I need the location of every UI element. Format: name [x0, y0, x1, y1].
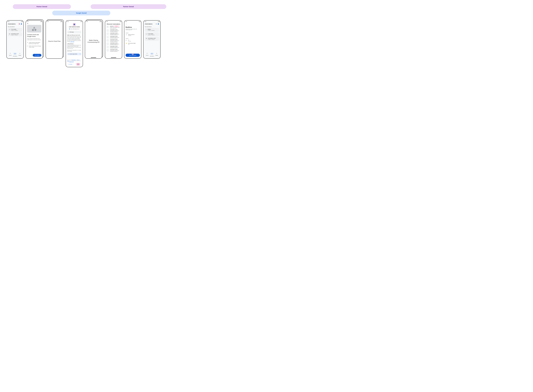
discover-item[interactable]: ☾BedtimeAt 9pm, the TV powers down, bedr…	[107, 25, 121, 28]
ownership-banners: Partner Owned Google Owned Partner Owned	[6, 4, 527, 17]
banner-partner-1: Partner Owned	[13, 4, 71, 9]
action-lights-row[interactable]: 💡Kids bedroom lightsDim	[125, 43, 140, 45]
learn-more-link[interactable]: Learn more	[70, 41, 74, 42]
phone-connect-acme: 9:30▲▮ ✕ Connect Acme and Google Home En…	[26, 20, 43, 59]
wifi-icon: ▲	[99, 21, 100, 22]
action-tv-row[interactable]: ▢TVTurn off	[125, 40, 140, 42]
devices-icon: ▢	[27, 45, 28, 47]
nav-automations[interactable]: ●Automations	[150, 53, 154, 57]
phone-connect-acme-stack: 9:30▲▮ ✕ Connect Acme and Google Home En…	[26, 20, 44, 59]
settings-icon: △	[17, 53, 22, 54]
starters-label: Starters	[125, 33, 140, 33]
phone-cloud-flow-stack: 9:30▲▮ Cloud to Cloud Flow	[46, 20, 64, 59]
home-icon: ⌂	[74, 24, 75, 25]
discover-item[interactable]: Automation nameLorem ipsum dolor sit ame…	[107, 42, 121, 45]
battery-icon: ▮	[140, 21, 140, 22]
nav-automations[interactable]: ●Automations	[13, 53, 18, 57]
allow-button[interactable]: Allow	[75, 63, 81, 65]
card-subtitle: 1 starter • 2 actions	[148, 34, 154, 35]
card-subtitle: 1 starter • 3 actions	[11, 34, 19, 35]
status-bar: 9:30▲▮	[26, 20, 43, 22]
home-selector[interactable]: ⌂SF Home	[67, 31, 81, 33]
thumbnail	[107, 39, 109, 42]
discover-item[interactable]: Automation nameLorem ipsum dolor sit ame…	[107, 46, 121, 48]
account-icon[interactable]: 👤	[21, 23, 22, 25]
thumbnail	[107, 36, 109, 38]
page-title: Automations	[145, 23, 153, 25]
nav-devices[interactable]: △Devices	[145, 53, 150, 57]
add-automation-icon[interactable]: ⊕	[156, 23, 157, 25]
card-title: Commuting to work	[11, 33, 19, 34]
user-email-row: 👤alex.miller@gmail.com	[67, 28, 81, 29]
add-automation-icon[interactable]: ⊕	[18, 23, 20, 25]
close-button[interactable]: ✕	[27, 22, 41, 25]
phone-link-home: 9:30▲▮ ⌂ Link home to Acme 👤alex.miller@…	[66, 20, 83, 67]
battery-icon: ▮	[121, 21, 121, 22]
status-time: 9:30	[106, 21, 108, 22]
home-indicator	[91, 57, 96, 58]
automation-card-tv[interactable]: ▢ TV time lights1 starter • 2 actions	[145, 33, 159, 36]
nav-settings[interactable]: △Settings	[154, 53, 159, 57]
phone-matter: 9:30▲▮ Matter Sharing Commissioning API	[85, 20, 102, 59]
item-subtitle: At 9pm, the TV powers down, bedroom ligh…	[110, 27, 121, 28]
battery-icon: ▮	[61, 21, 62, 22]
user-email: alex.miller@gmail.com	[71, 28, 79, 29]
nav-settings[interactable]: △Settings	[17, 53, 22, 57]
starter-value: 9:00 PM	[128, 35, 134, 36]
bottom-nav: △Devices ●Automations △Settings	[145, 52, 159, 58]
automation-card-commute[interactable]: 🗓 Commuting to work1 starter • 3 actions	[145, 37, 159, 41]
item-title: Automation name	[110, 46, 121, 47]
battery-icon: ▮	[81, 21, 82, 22]
trust-title: Make sure that you trust Acme	[67, 35, 81, 36]
legal-text: See Smart App Privacy Policy and Terms o…	[67, 59, 81, 62]
google-account-link[interactable]: Google Account	[69, 61, 74, 62]
nav-devices[interactable]: △Devices	[8, 53, 13, 57]
bedtime-subtitle: At 9pm, the TV powers down, and bedroom …	[125, 29, 140, 30]
phone-matter-stack: 9:30▲▮ Matter Sharing Commissioning API	[85, 20, 103, 59]
discover-item[interactable]: Automation nameLorem ipsum dolor sit ame…	[107, 39, 121, 42]
device-types-row[interactable]: ▢ 4 device types linked⚙	[67, 53, 81, 55]
starter-row[interactable]: 🕘When the time is9:00 PM	[125, 34, 140, 36]
status-bar: 9:30▲▮	[124, 20, 141, 22]
house-icon: ⌂	[68, 32, 69, 33]
clock-icon: 🕘	[125, 34, 127, 35]
calendar-icon: 🗓	[146, 38, 147, 39]
account-icon[interactable]: 👤	[158, 23, 159, 25]
device-icon: ▢	[68, 54, 69, 55]
discover-item[interactable]: Automation nameLorem ipsum dolor sit ame…	[107, 29, 121, 32]
home-name: SF Home	[70, 32, 74, 33]
status-time: 9:30	[144, 21, 146, 22]
bulb-icon: 💡	[125, 43, 127, 44]
status-time: 9:30	[27, 21, 28, 22]
automation-card-tv[interactable]: ▢ TV time lights1 starter • 2 actions	[8, 28, 22, 32]
my-automations-label: My automations	[145, 26, 159, 27]
status-bar: 9:30▲▮	[7, 20, 23, 22]
status-bar: 9:30▲▮	[144, 20, 160, 22]
discover-item[interactable]: Automation nameLorem ipsum dolor sit ame…	[107, 49, 121, 52]
manage-text: Manage device linking below or in Google…	[67, 50, 81, 52]
save-automation-button[interactable]: Save automation	[125, 54, 140, 57]
gear-icon[interactable]: ⚙	[80, 54, 80, 55]
discover-title: Discover Automations	[107, 23, 121, 25]
automation-card-commute[interactable]: 🗓 Commuting to work1 starter • 3 actions	[8, 33, 22, 36]
no-thanks-button[interactable]: No thanks	[67, 63, 74, 65]
discover-list: ☾BedtimeAt 9pm, the TV powers down, bedr…	[107, 25, 121, 52]
item-title: Automation name	[110, 33, 121, 34]
devices-icon: △	[8, 53, 13, 54]
automations-icon: ●	[14, 53, 17, 55]
page-title: Automations	[8, 23, 16, 25]
circle-shape	[34, 29, 36, 31]
item-subtitle: Lorem ipsum dolor sit amet, consectetur …	[110, 30, 121, 32]
wifi-icon: ▲	[139, 21, 139, 22]
device-count: 4 device types linked	[69, 54, 77, 55]
discover-item[interactable]: Automation nameLorem ipsum dolor sit ame…	[107, 33, 121, 35]
discover-item[interactable]: Automation nameLorem ipsum dolor sit ame…	[107, 36, 121, 38]
privacy-link[interactable]: Privacy Policy	[72, 60, 76, 60]
matter-label: Matter Sharing Commissioning API	[85, 22, 102, 59]
back-button[interactable]: ←	[125, 23, 127, 25]
thumbnail	[107, 29, 109, 32]
automation-card-bedtime[interactable]: ☾ Bedtime1 starter • 2 actions	[145, 28, 159, 32]
item-title: Automation name	[110, 29, 121, 30]
get-started-button[interactable]: Get started	[33, 54, 41, 57]
item-subtitle: Lorem ipsum dolor sit amet, consectetur …	[110, 47, 121, 48]
